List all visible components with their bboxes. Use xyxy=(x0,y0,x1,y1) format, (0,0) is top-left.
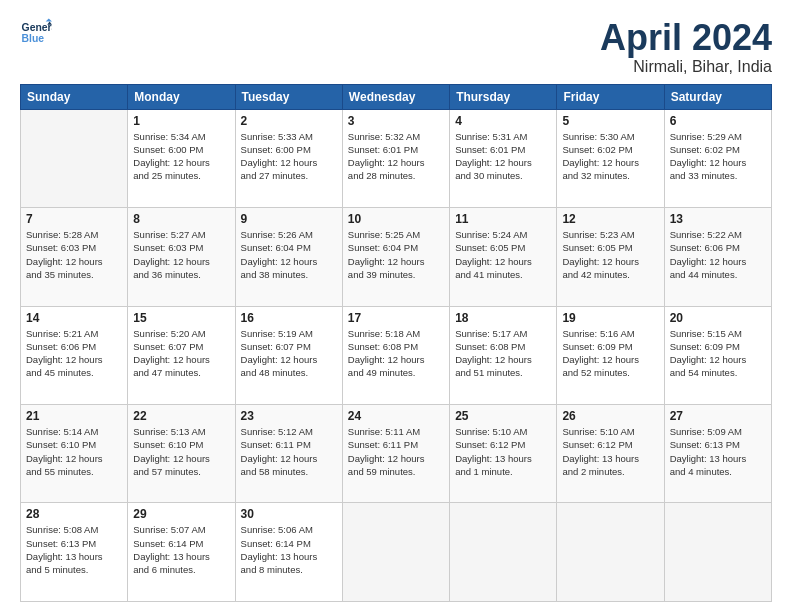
day-number: 10 xyxy=(348,212,444,226)
calendar-week-5: 28Sunrise: 5:08 AMSunset: 6:13 PMDayligh… xyxy=(21,503,772,602)
day-number: 20 xyxy=(670,311,766,325)
calendar-week-2: 7Sunrise: 5:28 AMSunset: 6:03 PMDaylight… xyxy=(21,208,772,306)
table-row xyxy=(450,503,557,602)
table-row: 25Sunrise: 5:10 AMSunset: 6:12 PMDayligh… xyxy=(450,405,557,503)
day-info: Sunrise: 5:27 AMSunset: 6:03 PMDaylight:… xyxy=(133,228,229,281)
day-number: 28 xyxy=(26,507,122,521)
table-row: 14Sunrise: 5:21 AMSunset: 6:06 PMDayligh… xyxy=(21,306,128,404)
day-info: Sunrise: 5:30 AMSunset: 6:02 PMDaylight:… xyxy=(562,130,658,183)
day-info: Sunrise: 5:16 AMSunset: 6:09 PMDaylight:… xyxy=(562,327,658,380)
day-number: 24 xyxy=(348,409,444,423)
table-row: 2Sunrise: 5:33 AMSunset: 6:00 PMDaylight… xyxy=(235,109,342,207)
table-row: 20Sunrise: 5:15 AMSunset: 6:09 PMDayligh… xyxy=(664,306,771,404)
table-row: 8Sunrise: 5:27 AMSunset: 6:03 PMDaylight… xyxy=(128,208,235,306)
day-number: 21 xyxy=(26,409,122,423)
svg-marker-2 xyxy=(46,18,52,21)
header-row: Sunday Monday Tuesday Wednesday Thursday… xyxy=(21,84,772,109)
day-number: 13 xyxy=(670,212,766,226)
table-row: 28Sunrise: 5:08 AMSunset: 6:13 PMDayligh… xyxy=(21,503,128,602)
day-info: Sunrise: 5:18 AMSunset: 6:08 PMDaylight:… xyxy=(348,327,444,380)
day-info: Sunrise: 5:19 AMSunset: 6:07 PMDaylight:… xyxy=(241,327,337,380)
table-row: 6Sunrise: 5:29 AMSunset: 6:02 PMDaylight… xyxy=(664,109,771,207)
day-info: Sunrise: 5:14 AMSunset: 6:10 PMDaylight:… xyxy=(26,425,122,478)
svg-text:Blue: Blue xyxy=(22,33,45,44)
day-number: 29 xyxy=(133,507,229,521)
table-row xyxy=(557,503,664,602)
table-row: 7Sunrise: 5:28 AMSunset: 6:03 PMDaylight… xyxy=(21,208,128,306)
day-info: Sunrise: 5:23 AMSunset: 6:05 PMDaylight:… xyxy=(562,228,658,281)
calendar-week-1: 1Sunrise: 5:34 AMSunset: 6:00 PMDaylight… xyxy=(21,109,772,207)
logo-icon: General Blue xyxy=(20,18,52,46)
col-monday: Monday xyxy=(128,84,235,109)
table-row xyxy=(21,109,128,207)
day-info: Sunrise: 5:32 AMSunset: 6:01 PMDaylight:… xyxy=(348,130,444,183)
header: General Blue April 2024 Nirmali, Bihar, … xyxy=(20,18,772,76)
day-number: 9 xyxy=(241,212,337,226)
calendar-table: Sunday Monday Tuesday Wednesday Thursday… xyxy=(20,84,772,602)
col-sunday: Sunday xyxy=(21,84,128,109)
day-info: Sunrise: 5:29 AMSunset: 6:02 PMDaylight:… xyxy=(670,130,766,183)
table-row: 16Sunrise: 5:19 AMSunset: 6:07 PMDayligh… xyxy=(235,306,342,404)
table-row: 23Sunrise: 5:12 AMSunset: 6:11 PMDayligh… xyxy=(235,405,342,503)
table-row: 11Sunrise: 5:24 AMSunset: 6:05 PMDayligh… xyxy=(450,208,557,306)
table-row: 12Sunrise: 5:23 AMSunset: 6:05 PMDayligh… xyxy=(557,208,664,306)
col-tuesday: Tuesday xyxy=(235,84,342,109)
table-row: 3Sunrise: 5:32 AMSunset: 6:01 PMDaylight… xyxy=(342,109,449,207)
day-info: Sunrise: 5:24 AMSunset: 6:05 PMDaylight:… xyxy=(455,228,551,281)
day-number: 3 xyxy=(348,114,444,128)
day-number: 15 xyxy=(133,311,229,325)
day-number: 30 xyxy=(241,507,337,521)
day-info: Sunrise: 5:08 AMSunset: 6:13 PMDaylight:… xyxy=(26,523,122,576)
table-row: 15Sunrise: 5:20 AMSunset: 6:07 PMDayligh… xyxy=(128,306,235,404)
table-row: 18Sunrise: 5:17 AMSunset: 6:08 PMDayligh… xyxy=(450,306,557,404)
table-row: 10Sunrise: 5:25 AMSunset: 6:04 PMDayligh… xyxy=(342,208,449,306)
table-row: 30Sunrise: 5:06 AMSunset: 6:14 PMDayligh… xyxy=(235,503,342,602)
day-info: Sunrise: 5:17 AMSunset: 6:08 PMDaylight:… xyxy=(455,327,551,380)
day-info: Sunrise: 5:11 AMSunset: 6:11 PMDaylight:… xyxy=(348,425,444,478)
day-info: Sunrise: 5:15 AMSunset: 6:09 PMDaylight:… xyxy=(670,327,766,380)
day-number: 16 xyxy=(241,311,337,325)
day-number: 7 xyxy=(26,212,122,226)
day-number: 18 xyxy=(455,311,551,325)
day-info: Sunrise: 5:20 AMSunset: 6:07 PMDaylight:… xyxy=(133,327,229,380)
day-number: 5 xyxy=(562,114,658,128)
calendar-week-3: 14Sunrise: 5:21 AMSunset: 6:06 PMDayligh… xyxy=(21,306,772,404)
table-row: 1Sunrise: 5:34 AMSunset: 6:00 PMDaylight… xyxy=(128,109,235,207)
day-info: Sunrise: 5:13 AMSunset: 6:10 PMDaylight:… xyxy=(133,425,229,478)
logo: General Blue xyxy=(20,18,52,46)
day-number: 6 xyxy=(670,114,766,128)
table-row: 27Sunrise: 5:09 AMSunset: 6:13 PMDayligh… xyxy=(664,405,771,503)
day-number: 19 xyxy=(562,311,658,325)
table-row: 19Sunrise: 5:16 AMSunset: 6:09 PMDayligh… xyxy=(557,306,664,404)
day-info: Sunrise: 5:33 AMSunset: 6:00 PMDaylight:… xyxy=(241,130,337,183)
day-number: 23 xyxy=(241,409,337,423)
day-info: Sunrise: 5:26 AMSunset: 6:04 PMDaylight:… xyxy=(241,228,337,281)
page: General Blue April 2024 Nirmali, Bihar, … xyxy=(0,0,792,612)
table-row: 22Sunrise: 5:13 AMSunset: 6:10 PMDayligh… xyxy=(128,405,235,503)
day-info: Sunrise: 5:10 AMSunset: 6:12 PMDaylight:… xyxy=(455,425,551,478)
svg-text:General: General xyxy=(22,22,52,33)
table-row xyxy=(342,503,449,602)
day-info: Sunrise: 5:07 AMSunset: 6:14 PMDaylight:… xyxy=(133,523,229,576)
day-number: 2 xyxy=(241,114,337,128)
table-row: 13Sunrise: 5:22 AMSunset: 6:06 PMDayligh… xyxy=(664,208,771,306)
day-info: Sunrise: 5:12 AMSunset: 6:11 PMDaylight:… xyxy=(241,425,337,478)
day-number: 8 xyxy=(133,212,229,226)
day-number: 1 xyxy=(133,114,229,128)
table-row xyxy=(664,503,771,602)
title-block: April 2024 Nirmali, Bihar, India xyxy=(600,18,772,76)
day-number: 25 xyxy=(455,409,551,423)
day-number: 17 xyxy=(348,311,444,325)
day-info: Sunrise: 5:10 AMSunset: 6:12 PMDaylight:… xyxy=(562,425,658,478)
day-number: 26 xyxy=(562,409,658,423)
table-row: 29Sunrise: 5:07 AMSunset: 6:14 PMDayligh… xyxy=(128,503,235,602)
table-row: 4Sunrise: 5:31 AMSunset: 6:01 PMDaylight… xyxy=(450,109,557,207)
subtitle: Nirmali, Bihar, India xyxy=(600,58,772,76)
main-title: April 2024 xyxy=(600,18,772,58)
day-info: Sunrise: 5:09 AMSunset: 6:13 PMDaylight:… xyxy=(670,425,766,478)
day-number: 12 xyxy=(562,212,658,226)
day-number: 11 xyxy=(455,212,551,226)
day-info: Sunrise: 5:22 AMSunset: 6:06 PMDaylight:… xyxy=(670,228,766,281)
calendar-week-4: 21Sunrise: 5:14 AMSunset: 6:10 PMDayligh… xyxy=(21,405,772,503)
table-row: 26Sunrise: 5:10 AMSunset: 6:12 PMDayligh… xyxy=(557,405,664,503)
